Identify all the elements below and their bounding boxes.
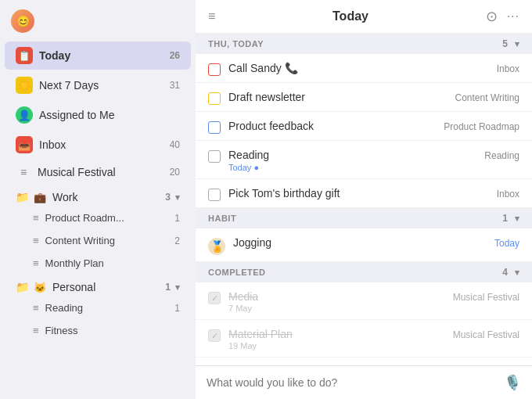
- phone-emoji: 📞: [285, 62, 298, 74]
- task-item-reading[interactable]: Reading Today ● Reading: [196, 141, 532, 179]
- task-checkbox-draft[interactable]: [208, 92, 221, 105]
- sidebar-item-festival[interactable]: ≡ Musical Festival 20: [5, 160, 191, 184]
- task-right-birthday: Inbox: [497, 187, 519, 200]
- sub-label-product-roadmap: Product Roadm...: [45, 212, 169, 224]
- sidebar-header: 😊: [0, 0, 196, 41]
- section-bar-completed[interactable]: COMPLETED 4 ▾: [196, 262, 532, 282]
- mic-icon[interactable]: 🎙️: [504, 374, 521, 391]
- sub-count-content-writing: 2: [174, 235, 180, 246]
- task-item-jogging[interactable]: 🏅 Jogging Today: [196, 228, 532, 262]
- main-title: Today: [223, 9, 477, 23]
- sidebar-item-today[interactable]: 📋 Today 26: [5, 41, 191, 70]
- sidebar-item-next7[interactable]: ☀️ Next 7 Days 31: [5, 71, 191, 99]
- sidebar-section-label-work: Work: [52, 191, 160, 203]
- task-item-draft-newsletter[interactable]: Draft newsletter Content Writing: [196, 83, 532, 112]
- task-item-birthday[interactable]: Pick Tom's birthday gift Inbox: [196, 179, 532, 208]
- sub-count-product-roadmap: 1: [174, 213, 180, 224]
- task-right-draft: Content Writing: [455, 91, 519, 103]
- task-title-media: Media: [228, 290, 445, 303]
- task-content-birthday: Pick Tom's birthday gift: [228, 187, 489, 200]
- sidebar-label-inbox: Inbox: [39, 138, 164, 151]
- task-title-birthday: Pick Tom's birthday gift: [228, 187, 489, 200]
- section-bar-habit-label: HABIT: [208, 214, 496, 223]
- header-icons: ⊙ ···: [486, 8, 519, 25]
- task-title-reading: Reading: [228, 149, 476, 161]
- work-chevron-icon: ▾: [175, 192, 180, 203]
- sub-icon-content-writing: ≡: [33, 235, 39, 246]
- sub-count-reading: 1: [174, 303, 180, 314]
- task-right-media: Musical Festival: [453, 290, 519, 303]
- sub-label-content-writing: Content Writing: [45, 235, 169, 246]
- task-date-material: 19 May: [228, 341, 445, 350]
- task-checkbox-reading[interactable]: [208, 150, 221, 163]
- task-content-reading: Reading Today ●: [228, 149, 476, 172]
- sub-label-reading: Reading: [45, 302, 169, 314]
- sidebar-item-assigned[interactable]: 👤 Assigned to Me: [5, 101, 191, 129]
- sub-icon-monthly-plan: ≡: [33, 257, 39, 269]
- task-right-call-sandy: Inbox: [497, 62, 519, 74]
- task-tag-reading: Reading: [484, 150, 519, 161]
- work-folder-icon: 📁: [16, 191, 29, 203]
- task-content-feedback: Product feedback: [228, 120, 436, 132]
- sub-icon-reading: ≡: [33, 302, 39, 314]
- task-content-material: Material Plan 19 May: [228, 328, 445, 350]
- sub-label-fitness: Fitness: [45, 325, 174, 336]
- more-icon[interactable]: ···: [507, 9, 519, 23]
- sub-icon-fitness: ≡: [33, 325, 39, 336]
- task-checkbox-call-sandy[interactable]: [208, 63, 221, 76]
- avatar[interactable]: 😊: [11, 9, 34, 33]
- task-content-call-sandy: Call Sandy 📞: [228, 62, 489, 74]
- sidebar-section-personal[interactable]: 📁 🐱 Personal 1 ▾: [5, 275, 191, 297]
- task-tag-call-sandy: Inbox: [497, 63, 519, 74]
- task-checkbox-feedback[interactable]: [208, 121, 221, 134]
- sidebar-sub-fitness[interactable]: ≡ Fitness: [5, 320, 191, 341]
- section-habit-chevron: ▾: [515, 214, 520, 224]
- task-tag-material: Musical Festival: [453, 329, 519, 340]
- sidebar-sub-reading[interactable]: ≡ Reading 1: [5, 297, 191, 318]
- task-right-feedback: Product Roadmap: [444, 120, 519, 132]
- input-bar: 🎙️: [196, 365, 532, 399]
- task-right-jogging: Today: [494, 236, 519, 249]
- task-checkbox-media[interactable]: [208, 292, 221, 304]
- section-bar-habit[interactable]: HABIT 1 ▾: [196, 208, 532, 228]
- section-today-chevron: ▾: [515, 39, 520, 49]
- inbox-icon: 📥: [16, 136, 33, 153]
- next7-icon: ☀️: [16, 77, 33, 94]
- task-item-media[interactable]: Media 7 May Musical Festival: [196, 282, 532, 320]
- task-checkbox-birthday[interactable]: [208, 189, 221, 201]
- sidebar-count-today: 26: [170, 50, 180, 61]
- festival-icon: ≡: [16, 166, 31, 178]
- personal-badge-icon: 🐱: [34, 282, 46, 293]
- sub-icon-product-roadmap: ≡: [33, 212, 39, 224]
- section-bar-today[interactable]: THU, TODAY 5 ▾: [196, 34, 532, 54]
- task-input[interactable]: [207, 376, 498, 389]
- task-tag-jogging: Today: [494, 238, 519, 249]
- sidebar-label-festival: Musical Festival: [38, 166, 164, 178]
- sidebar-label-today: Today: [39, 49, 164, 62]
- settings-icon[interactable]: ⊙: [486, 8, 498, 25]
- sidebar-count-next7: 31: [170, 80, 180, 91]
- task-content-draft: Draft newsletter: [228, 91, 448, 103]
- sidebar-count-inbox: 40: [170, 139, 180, 150]
- sidebar-item-inbox[interactable]: 📥 Inbox 40: [5, 131, 191, 159]
- personal-chevron-icon: ▾: [175, 282, 180, 293]
- section-bar-today-label: THU, TODAY: [208, 39, 496, 49]
- menu-icon[interactable]: ≡: [208, 9, 215, 23]
- sub-label-monthly-plan: Monthly Plan: [45, 257, 174, 269]
- task-item-call-sandy[interactable]: Call Sandy 📞 Inbox: [196, 54, 532, 83]
- task-checkbox-material[interactable]: [208, 329, 221, 342]
- sidebar-sub-monthly-plan[interactable]: ≡ Monthly Plan: [5, 253, 191, 274]
- sidebar: 😊 📋 Today 26 ☀️ Next 7 Days 31 👤 Assigne…: [0, 0, 196, 399]
- task-title-jogging: Jogging: [233, 236, 487, 249]
- sidebar-section-count-work: 3: [165, 192, 171, 203]
- sidebar-section-label-personal: Personal: [52, 281, 160, 293]
- section-bar-completed-count: 4: [502, 267, 508, 278]
- task-item-material-plan[interactable]: Material Plan 19 May Musical Festival: [196, 320, 532, 358]
- task-subtitle-reading: Today ●: [228, 163, 476, 172]
- today-icon: 📋: [16, 47, 33, 64]
- task-list: THU, TODAY 5 ▾ Call Sandy 📞 Inbox Draft …: [196, 34, 532, 365]
- sidebar-sub-content-writing[interactable]: ≡ Content Writing 2: [5, 230, 191, 251]
- task-item-product-feedback[interactable]: Product feedback Product Roadmap: [196, 112, 532, 141]
- sidebar-section-work[interactable]: 📁 💼 Work 3 ▾: [5, 185, 191, 207]
- sidebar-sub-product-roadmap[interactable]: ≡ Product Roadm... 1: [5, 207, 191, 228]
